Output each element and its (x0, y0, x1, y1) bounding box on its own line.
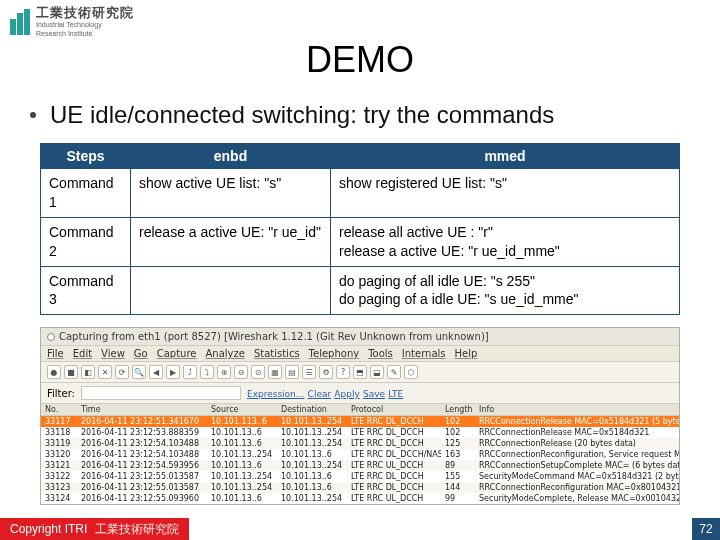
table-cell: show active UE list: "s" (131, 169, 331, 218)
table-cell: Command 2 (41, 217, 131, 266)
menu-item[interactable]: Go (134, 348, 148, 359)
menu-item[interactable]: Edit (73, 348, 92, 359)
packet-row[interactable]: 331182016-04-11 23:12:53.88835910.101.13… (41, 427, 679, 438)
toolbar-icon[interactable]: ⤴ (183, 365, 197, 379)
menu-item[interactable]: Tools (368, 348, 393, 359)
menu-item[interactable]: Telephony (309, 348, 360, 359)
filter-link[interactable]: Expression... (247, 389, 304, 399)
toolbar-icon[interactable]: 🔍 (132, 365, 146, 379)
filter-input[interactable] (81, 386, 241, 400)
logo-text-cn: 工業技術研究院 (36, 6, 134, 19)
table-cell: release a active UE: "r ue_id" (131, 217, 331, 266)
column-header[interactable]: Time (77, 404, 207, 415)
toolbar-icon[interactable]: ? (336, 365, 350, 379)
toolbar-icon[interactable]: ✕ (98, 365, 112, 379)
packet-row[interactable]: 331242016-04-11 23:12:55.09396010.101.13… (41, 493, 679, 504)
packet-row[interactable]: 331202016-04-11 23:12:54.10348810.101.13… (41, 449, 679, 460)
menu-item[interactable]: Help (455, 348, 478, 359)
filter-label: Filter: (47, 388, 75, 399)
bullet-icon (30, 112, 36, 118)
filter-link[interactable]: Clear (308, 389, 332, 399)
wireshark-screenshot: Capturing from eth1 (port 8527) [Wiresha… (40, 327, 680, 505)
toolbar-icon[interactable]: ⬒ (353, 365, 367, 379)
table-header: enbd (131, 144, 331, 169)
packet-list: 331172016-04-11 23:12:51.34167010.101.11… (41, 416, 679, 504)
column-header[interactable]: Destination (277, 404, 347, 415)
column-header[interactable]: Length (441, 404, 475, 415)
toolbar-icon[interactable]: ⟳ (115, 365, 129, 379)
table-cell: show registered UE list: "s" (331, 169, 680, 218)
toolbar-icon[interactable]: ⬡ (404, 365, 418, 379)
logo-mark-icon (10, 9, 30, 35)
column-header[interactable]: Info (475, 404, 679, 415)
packet-row[interactable]: 331172016-04-11 23:12:51.34167010.101.11… (41, 416, 679, 427)
toolbar-icon[interactable]: ⊙ (251, 365, 265, 379)
menu-item[interactable]: Internals (402, 348, 446, 359)
filter-link[interactable]: LTE (388, 389, 403, 399)
filter-link[interactable]: Apply (334, 389, 359, 399)
toolbar-icon[interactable]: ⊕ (217, 365, 231, 379)
logo: 工業技術研究院 Industrial Technology Research I… (0, 0, 720, 37)
toolbar-icon[interactable]: ▤ (285, 365, 299, 379)
table-header: mmed (331, 144, 680, 169)
table-cell (131, 266, 331, 315)
toolbar-icon[interactable]: ■ (64, 365, 78, 379)
commands-table: Stepsenbdmmed Command 1show active UE li… (40, 143, 680, 315)
bullet-item: UE idle/connected switching: try the com… (0, 81, 720, 139)
table-row: Command 1show active UE list: "s"show re… (41, 169, 680, 218)
table-row: Command 2release a active UE: "r ue_id"r… (41, 217, 680, 266)
toolbar-icon[interactable]: ⚙ (319, 365, 333, 379)
toolbar-icon[interactable]: ⬓ (370, 365, 384, 379)
menu-bar: FileEditViewGoCaptureAnalyzeStatisticsTe… (41, 346, 679, 362)
toolbar-icon[interactable]: ⊖ (234, 365, 248, 379)
toolbar-icon[interactable]: ▶ (166, 365, 180, 379)
toolbar-icon[interactable]: ⤵ (200, 365, 214, 379)
toolbar-icon[interactable]: ◀ (149, 365, 163, 379)
column-header[interactable]: Source (207, 404, 277, 415)
window-titlebar: Capturing from eth1 (port 8527) [Wiresha… (41, 328, 679, 346)
filter-link[interactable]: Save (363, 389, 385, 399)
filter-bar: Filter: Expression... Clear Apply Save L… (41, 383, 679, 404)
table-cell: do paging of all idle UE: "s 255"do pagi… (331, 266, 680, 315)
packet-row[interactable]: 331212016-04-11 23:12:54.59395610.101.13… (41, 460, 679, 471)
toolbar-icon[interactable]: ☰ (302, 365, 316, 379)
toolbar-icon[interactable]: ◧ (81, 365, 95, 379)
toolbar-icon[interactable]: ● (47, 365, 61, 379)
column-header[interactable]: Protocol (347, 404, 441, 415)
copyright: Copyright ITRI 工業技術研究院 (0, 518, 189, 541)
page-number: 72 (692, 518, 720, 540)
bullet-text: UE idle/connected switching: try the com… (50, 101, 554, 129)
packet-row[interactable]: 331192016-04-11 23:12:54.10348810.101.13… (41, 438, 679, 449)
table-cell: release all active UE : "r"release a act… (331, 217, 680, 266)
logo-text-en2: Research Institute (36, 30, 134, 37)
slide-title: DEMO (0, 39, 720, 81)
window-title-text: Capturing from eth1 (port 8527) [Wiresha… (59, 331, 489, 342)
slide-footer: Copyright ITRI 工業技術研究院 72 (0, 518, 720, 540)
menu-item[interactable]: Capture (157, 348, 197, 359)
logo-text-en1: Industrial Technology (36, 21, 134, 28)
table-cell: Command 1 (41, 169, 131, 218)
menu-item[interactable]: File (47, 348, 64, 359)
table-header: Steps (41, 144, 131, 169)
table-cell: Command 3 (41, 266, 131, 315)
toolbar-icon[interactable]: ▦ (268, 365, 282, 379)
menu-item[interactable]: Analyze (205, 348, 244, 359)
menu-item[interactable]: Statistics (254, 348, 300, 359)
column-header[interactable]: No. (41, 404, 77, 415)
window-control-icon (47, 333, 55, 341)
packet-row[interactable]: 331222016-04-11 23:12:55.01358710.101.13… (41, 471, 679, 482)
table-row: Command 3do paging of all idle UE: "s 25… (41, 266, 680, 315)
packet-row[interactable]: 331232016-04-11 23:12:55.01358710.101.13… (41, 482, 679, 493)
menu-item[interactable]: View (101, 348, 125, 359)
toolbar: ●■◧✕⟳🔍◀▶⤴⤵⊕⊖⊙▦▤☰⚙?⬒⬓✎⬡ (41, 362, 679, 383)
packet-list-header: No.TimeSourceDestinationProtocolLengthIn… (41, 404, 679, 416)
toolbar-icon[interactable]: ✎ (387, 365, 401, 379)
